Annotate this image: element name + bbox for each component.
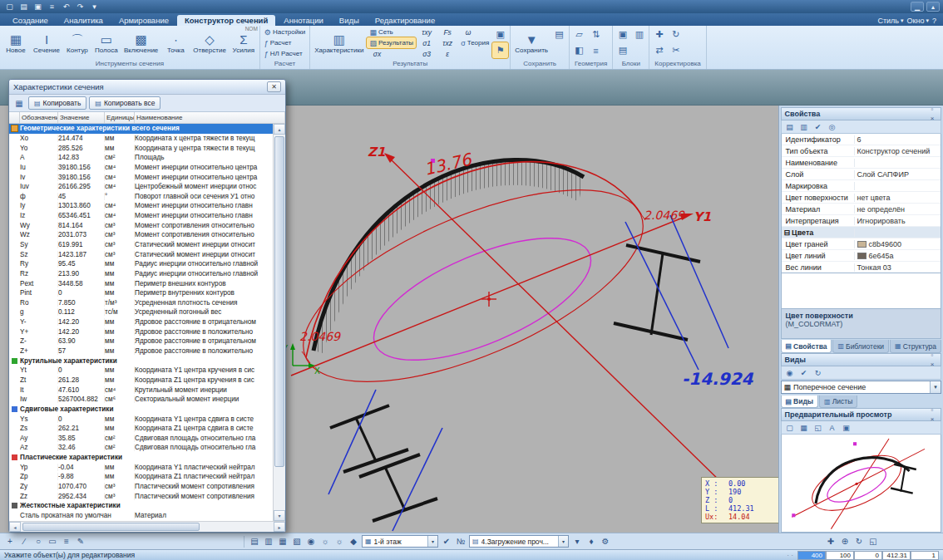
orbit-button[interactable]: ↻ — [852, 535, 866, 548]
ribbon-button[interactable]: ◇ Отверстие — [190, 27, 229, 60]
image-icon[interactable]: ▣ — [841, 422, 852, 433]
copy-button[interactable]: ▤Копировать — [28, 96, 86, 110]
search-icon[interactable]: ◎ — [827, 121, 838, 132]
scroll-up-icon[interactable]: ▴ — [274, 124, 285, 135]
ribbon-tab[interactable]: Виды — [332, 15, 367, 26]
table-row[interactable]: Sz 1423.187 см³ Статический момент инерц… — [9, 249, 273, 259]
refresh-icon[interactable]: ↻ — [812, 367, 824, 378]
table-row[interactable]: Y+ 142.20 мм Ядровое расстояние в положи… — [9, 327, 273, 336]
table-row[interactable]: Крутильные характеристики — [9, 356, 273, 366]
ribbon-button[interactable]: ⚙ Настройки — [262, 27, 308, 37]
pin-icon[interactable]: ▫ — [927, 105, 937, 114]
table-row[interactable]: Yp -0.04 мм Координата Y1 пластический н… — [9, 462, 273, 472]
ribbon-button[interactable]: ▱ — [571, 27, 587, 42]
table-row[interactable]: Yt 0 мм Координата Y1 центра кручения в … — [9, 366, 273, 376]
column-header[interactable]: Наименование — [135, 112, 285, 123]
layers-button[interactable]: ≡ — [60, 535, 73, 548]
ribbon-button[interactable]: ▩ Включение — [121, 27, 160, 60]
scroll-down-icon[interactable]: ▾ — [274, 510, 285, 521]
ribbon-button[interactable]: ✂ — [668, 42, 684, 58]
zoom-extents-button[interactable]: ◱ — [866, 535, 880, 548]
table-row[interactable]: ф 45 ° Поворот главной оси сечения У1 от… — [9, 191, 273, 201]
dropdown-button[interactable]: ▾ — [570, 535, 584, 548]
undo-icon[interactable]: ↶ — [60, 2, 72, 12]
scroll-thumb[interactable] — [22, 523, 200, 531]
table-row[interactable]: Pint 0 мм Периметр внутренних контуров — [9, 288, 273, 298]
ribbon-button[interactable]: NOM Σ Усилия — [230, 27, 258, 60]
category-view-icon[interactable]: ▥ — [798, 121, 810, 132]
property-row[interactable]: Материал не определён — [782, 204, 941, 215]
table-row[interactable]: Сдвиговые характеристики — [9, 405, 273, 415]
ribbon-button[interactable]: σ3 — [417, 48, 437, 59]
ribbon-tab[interactable]: Армирование — [111, 15, 176, 26]
table-row[interactable]: Ys 0 мм Координата Y1 центра сдвига в си… — [9, 414, 273, 424]
loadcase-select[interactable]: ▤ 4.Загружение проч... ▾ — [469, 535, 569, 548]
menu-item[interactable]: ? — [932, 17, 938, 25]
table-row[interactable]: Zt 261.28 мм Координата Z1 центра кручен… — [9, 376, 273, 386]
grid-toggle-button[interactable]: ▦ — [276, 535, 289, 548]
chevron-down-icon[interactable]: ▾ — [558, 536, 568, 547]
status-field[interactable]: 400 — [797, 551, 826, 560]
ribbon-button[interactable]: ε — [437, 48, 457, 59]
property-row[interactable]: ⊟Цвета — [782, 227, 941, 238]
table-row[interactable]: Ro 7.850 т/м³ Усредненная плотность сече… — [9, 298, 273, 308]
ribbon-tab[interactable]: Редактирование — [368, 15, 442, 26]
table-row[interactable]: Zs 262.21 мм Координата Z1 центра сдвига… — [9, 424, 273, 434]
dock-tab[interactable]: ▥Библиотеки — [832, 340, 889, 353]
ribbon-button[interactable]: ▨ Результаты — [367, 37, 416, 48]
dialog-title-bar[interactable]: Характеристики сечения ✕ — [9, 80, 285, 95]
apply-icon[interactable]: ✔ — [798, 367, 810, 378]
print-icon[interactable]: ≡ — [46, 2, 58, 12]
minimize-button[interactable]: ▁ — [911, 2, 924, 12]
pan-button[interactable]: ✚ — [824, 535, 837, 548]
property-row[interactable]: Цвет поверхности нет цвета — [782, 192, 941, 204]
property-row[interactable]: Наименование — [782, 157, 941, 169]
ribbon-button[interactable]: ω — [458, 27, 478, 37]
table-row[interactable]: Iy 13013.860 см⁴ Момент инерции относите… — [9, 201, 273, 211]
light-button[interactable]: ☼ — [318, 535, 332, 548]
table-row[interactable]: Пластические характеристики — [9, 453, 273, 463]
redo-icon[interactable]: ↷ — [74, 2, 86, 12]
settings-button[interactable]: ⚙ — [599, 535, 612, 548]
column-header[interactable]: Обозначение — [20, 112, 58, 123]
ribbon-button[interactable]: σ Теория — [458, 37, 491, 48]
table-row[interactable]: Сталь прокатная по умолчан Материал — [9, 511, 273, 521]
view-select[interactable]: ▦ Поперечное сечение ▾ — [781, 381, 941, 394]
table-row[interactable]: Sy 619.991 см³ Статический момент инерци… — [9, 240, 273, 250]
ribbon-button[interactable]: ⚑ — [492, 42, 508, 58]
status-field[interactable]: 0 — [854, 551, 882, 560]
render-button[interactable]: ☼ — [333, 535, 346, 548]
ribbon-button[interactable]: τxy — [417, 27, 437, 37]
table-row[interactable]: It 47.610 см⁴ Крутильный момент инерции — [9, 385, 273, 395]
table-row[interactable]: Жесткостные характеристики — [9, 501, 273, 511]
ribbon-button[interactable]: ƒ Расчет — [262, 37, 308, 48]
table-row[interactable]: Ry 95.45 мм Радиус инерции относительно … — [9, 259, 273, 269]
ribbon-button[interactable]: ▣ — [615, 27, 630, 42]
ribbon-button[interactable]: τxz — [437, 37, 457, 48]
list-view-icon[interactable]: ▤ — [784, 121, 796, 132]
ribbon-tab[interactable]: Создание — [5, 15, 56, 26]
line-tool-button[interactable]: ∕ — [17, 535, 31, 548]
plan-view-button[interactable]: ▧ — [290, 535, 304, 548]
table-row[interactable]: Iv 39180.156 см⁴ Момент инерции относите… — [9, 172, 273, 182]
apply-icon[interactable]: ✔ — [812, 121, 824, 132]
visibility-button[interactable]: ◉ — [304, 535, 318, 548]
scroll-right-icon[interactable]: ▸ — [274, 522, 285, 532]
dialog-close-button[interactable]: ✕ — [267, 81, 281, 92]
levels-button[interactable]: ▥ — [262, 535, 275, 548]
chevron-down-icon[interactable]: ▾ — [930, 381, 941, 393]
column-header[interactable]: Значение — [58, 112, 105, 123]
property-row[interactable]: Цвет граней c8b49600 — [782, 238, 941, 250]
ribbon-button[interactable]: ◧ — [571, 42, 587, 58]
ribbon-button[interactable]: ⌒ Контур — [63, 27, 91, 60]
table-row[interactable]: g 0.112 тс/м Усредненный погонный вес — [9, 307, 273, 317]
table-row[interactable]: Rz 213.90 мм Радиус инерции относительно… — [9, 269, 273, 279]
check-button[interactable]: ✔ — [440, 535, 453, 548]
ribbon-button[interactable]: ▤ — [615, 42, 630, 58]
ribbon-button[interactable]: ▤ — [551, 27, 567, 42]
ribbon-button[interactable]: Fs — [437, 27, 457, 37]
table-row[interactable]: Z+ 57 мм Ядровое расстояние в положитель… — [9, 346, 273, 356]
table-row[interactable]: Zp -9.88 мм Координата Z1 пластический н… — [9, 472, 273, 482]
ribbon-button[interactable]: ƒ НЛ Расчет — [262, 48, 308, 59]
table-row[interactable]: Pext 3448.58 мм Периметр внешних контуро… — [9, 278, 273, 288]
